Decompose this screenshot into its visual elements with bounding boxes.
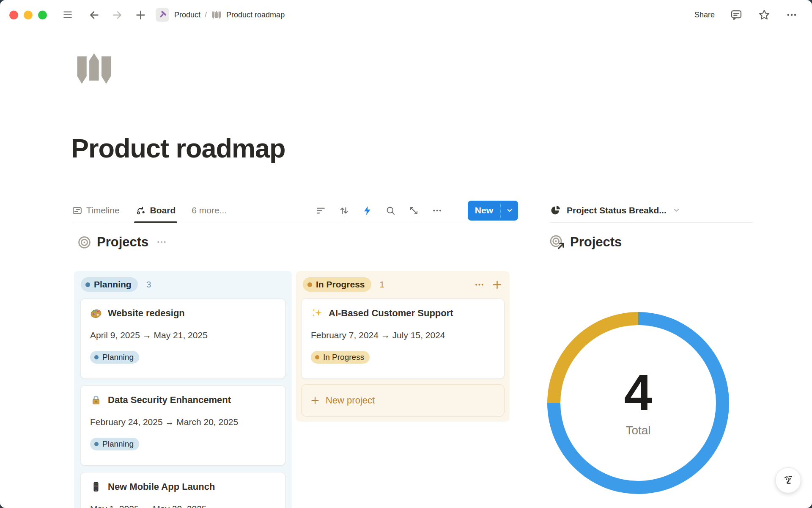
column-more-icon[interactable] [474,279,485,290]
card-status-pill: In Progress [311,351,370,364]
search-icon[interactable] [385,205,396,216]
card-ai-customer-support[interactable]: AI-Based Customer Support February 7, 20… [301,298,505,379]
more-views-button[interactable]: 6 more... [192,205,227,215]
timeline-view-icon [72,205,82,216]
chevron-down-icon [672,206,680,214]
donut-total-label: Total [625,424,650,437]
donut-total-value: 4 [624,369,653,416]
view-tools: New [315,201,518,221]
zoom-window-button[interactable] [38,11,47,19]
column-add-icon[interactable] [491,279,503,290]
chart-selector-label: Project Status Breakd... [567,205,667,215]
status-pill-planning[interactable]: Planning [81,277,138,292]
new-button[interactable]: New [468,201,518,221]
pie-chart-icon [550,204,561,216]
board-title[interactable]: Projects [97,235,148,250]
card-dates: April 9, 2025 → May 21, 2025 [90,329,276,342]
page-title[interactable]: Product roadmap [71,133,285,163]
breadcrumb-teamspace-chip[interactable] [156,8,169,22]
breadcrumb-root[interactable]: Product [174,11,200,19]
hamburger-menu-icon[interactable] [62,9,73,20]
star-icon[interactable] [758,8,771,21]
chevron-down-icon[interactable] [501,201,518,221]
share-button[interactable]: Share [694,11,715,19]
active-tab-underline [134,221,178,223]
board-more-icon[interactable] [156,237,167,248]
close-window-button[interactable] [9,11,18,19]
automations-bolt-icon[interactable] [362,205,373,216]
column-count: 1 [380,279,385,290]
board-view-icon [136,205,146,216]
card-dates: May 1, 2025 → May 30, 2025 [90,502,276,508]
card-dates: February 24, 2025 → March 20, 2025 [90,416,276,428]
palette-icon [90,307,102,319]
status-donut[interactable]: 4 Total [547,312,729,494]
tab-board[interactable]: Board [136,198,176,223]
back-arrow-icon[interactable] [88,9,100,21]
more-icon[interactable] [432,205,442,216]
column-count: 3 [146,279,151,290]
breadcrumb-separator: / [205,11,207,19]
more-options-icon[interactable] [786,9,798,21]
view-bar: Timeline Board 6 more... [72,198,518,223]
hammer-icon [158,10,167,19]
column-header: In Progress 1 [303,276,503,293]
chart-section-heading: Projects [550,235,622,250]
new-project-button[interactable]: New project [301,384,505,417]
notion-ai-button[interactable] [775,467,801,493]
minimize-window-button[interactable] [24,11,33,19]
page-icon-map[interactable] [73,50,112,88]
map-icon [211,10,221,20]
board-section-heading: Projects [77,235,167,250]
status-dot [85,282,90,287]
forward-arrow-icon[interactable] [112,9,123,21]
chart-section-title[interactable]: Projects [570,235,622,250]
mobile-phone-icon [90,481,102,493]
status-pill-in-progress[interactable]: In Progress [303,277,371,292]
expand-icon[interactable] [409,205,419,216]
plus-icon [310,395,320,406]
app-window: Product / Product roadmap Share [0,0,812,508]
column-header: Planning 3 [81,276,285,293]
new-tab-plus-icon[interactable] [135,9,146,21]
donut-hole: 4 Total [560,325,716,481]
sparkles-icon [311,307,323,319]
card-mobile-app-launch[interactable]: New Mobile App Launch May 1, 2025 → May … [80,472,285,508]
board-column-in-progress: In Progress 1 [296,271,510,422]
card-status-pill: Planning [90,351,139,364]
card-status-pill: Planning [90,438,139,450]
chart-selector[interactable]: Project Status Breakd... [550,198,753,223]
comment-icon[interactable] [730,8,743,21]
card-website-redesign[interactable]: Website redesign April 9, 2025 → May 21,… [80,298,285,379]
filter-icon[interactable] [315,205,326,216]
lock-icon [90,394,102,406]
card-data-security[interactable]: Data Security Enhancement February 24, 2… [80,385,285,466]
target-icon [77,235,91,249]
ai-face-icon [781,473,796,488]
window-controls [9,11,47,19]
target-link-icon [550,235,565,250]
status-dot [307,282,312,287]
card-dates: February 7, 2024 → July 15, 2024 [311,329,495,342]
tab-timeline[interactable]: Timeline [72,198,120,223]
breadcrumb-current[interactable]: Product roadmap [226,11,285,19]
top-bar: Product / Product roadmap Share [0,0,812,30]
sort-icon[interactable] [339,205,349,216]
board-column-planning: Planning 3 [74,271,292,508]
